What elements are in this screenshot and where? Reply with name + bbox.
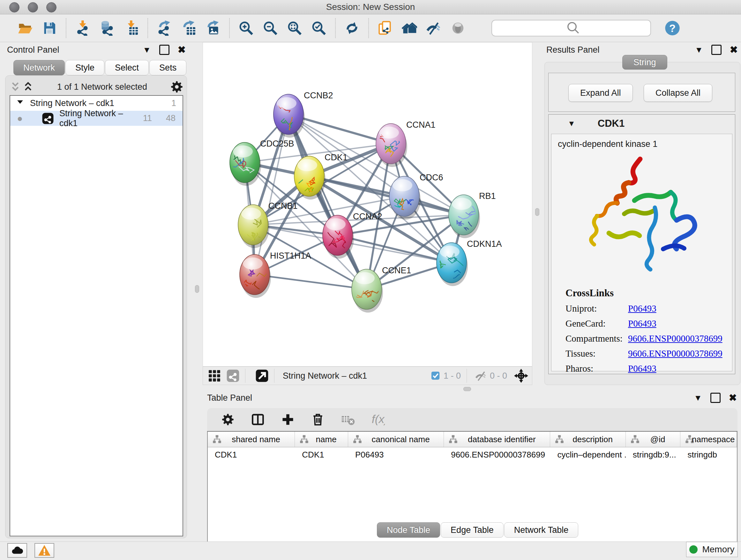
help-button[interactable]: ? xyxy=(664,20,680,36)
home-view-button[interactable] xyxy=(401,20,417,36)
minimize-window-button[interactable] xyxy=(28,2,38,12)
column-header-canonical-name[interactable]: canonical name xyxy=(348,432,444,447)
warnings-button[interactable] xyxy=(35,543,54,558)
crosslink-label: GeneCard: xyxy=(565,318,628,329)
tab-network-table[interactable]: Network Table xyxy=(504,522,579,538)
zoom-in-button[interactable] xyxy=(238,20,254,36)
tab-node-table[interactable]: Node Table xyxy=(377,522,440,538)
network-node-CDKN1A[interactable]: CDKN1A xyxy=(436,239,502,286)
crosslink-link[interactable]: P06493 xyxy=(628,363,657,374)
copy-network-button[interactable] xyxy=(377,20,393,36)
column-header-description[interactable]: description xyxy=(550,432,625,447)
birdseye-icon[interactable] xyxy=(514,369,528,383)
tab-string[interactable]: String xyxy=(622,55,667,70)
collapse-all-button[interactable]: Collapse All xyxy=(644,84,712,102)
tab-edge-table[interactable]: Edge Table xyxy=(441,522,503,538)
panel-menu-icon[interactable]: ▼ xyxy=(143,46,151,54)
zoom-fit-button[interactable] xyxy=(286,20,302,36)
export-network-button[interactable] xyxy=(156,20,172,36)
string-network-graph[interactable]: CCNB2CCNA1CDC25BCDK1CDC6RB1CCNB1CCNA2CDK… xyxy=(203,43,532,366)
panel-float-icon[interactable] xyxy=(711,393,721,403)
network-node-CCNB1[interactable]: CCNB1 xyxy=(238,201,298,248)
node-table: shared namenamecanonical namedatabase id… xyxy=(207,431,738,560)
show-hidden-button[interactable] xyxy=(450,20,466,36)
grid-view-icon[interactable] xyxy=(207,369,221,383)
gene-collapse-icon[interactable]: ▼ xyxy=(568,119,576,128)
titlebar: Session: New Session xyxy=(0,0,741,14)
search-input[interactable] xyxy=(491,20,651,37)
crosslink-link[interactable]: P06493 xyxy=(628,303,657,314)
crosslink-row: Tissues: 9606.ENSP00000378699 xyxy=(565,348,723,359)
zoom-window-button[interactable] xyxy=(46,2,57,12)
gear-button[interactable] xyxy=(220,412,236,428)
zoom-out-button[interactable] xyxy=(262,20,278,36)
column-type-icon xyxy=(680,435,690,444)
network-node-CCNA1[interactable]: CCNA1 xyxy=(376,120,435,167)
panel-menu-icon[interactable]: ▼ xyxy=(695,46,703,54)
memory-button[interactable]: Memory xyxy=(686,542,738,557)
network-node-CCNB2[interactable]: CCNB2 xyxy=(273,91,333,138)
column-header-database-identifier[interactable]: database identifier xyxy=(444,432,550,447)
split-columns-button[interactable] xyxy=(250,412,266,428)
refresh-layout-button[interactable] xyxy=(344,20,360,36)
import-table-icon xyxy=(124,20,139,36)
export-table-button[interactable] xyxy=(181,20,197,36)
cloud-button[interactable] xyxy=(7,543,27,558)
open-file-button[interactable] xyxy=(17,20,33,36)
network-edge-count: 48 xyxy=(166,113,176,123)
import-network-button[interactable] xyxy=(75,20,91,36)
panel-menu-icon[interactable]: ▼ xyxy=(694,394,702,402)
network-node-HIST1H1A[interactable]: HIST1H1A xyxy=(240,251,311,298)
panel-close-icon[interactable]: ✖ xyxy=(178,45,186,55)
hidden-eye-icon[interactable] xyxy=(475,369,487,383)
export-image-button[interactable] xyxy=(205,20,221,36)
collapse-all-networks-icon[interactable] xyxy=(9,79,22,95)
tab-select[interactable]: Select xyxy=(105,60,149,75)
selected-checkbox-icon[interactable] xyxy=(430,369,441,383)
share-view-icon[interactable] xyxy=(226,369,240,383)
add-column-button[interactable] xyxy=(280,412,296,428)
panel-close-icon[interactable]: ✖ xyxy=(730,45,738,55)
expand-all-button[interactable]: Expand All xyxy=(568,84,633,102)
network-view-canvas[interactable]: CCNB2CCNA1CDC25BCDK1CDC6RB1CCNB1CCNA2CDK… xyxy=(203,42,532,367)
right-splitter-handle[interactable] xyxy=(535,208,539,216)
zoom-selected-button[interactable] xyxy=(311,20,327,36)
panel-float-icon[interactable] xyxy=(711,45,722,55)
column-type-icon xyxy=(348,435,358,444)
table-row[interactable]: CDK1CDK1P064939606.ENSP00000378699cyclin… xyxy=(208,447,737,462)
network-row-selected[interactable]: ● String Network – cdk1 11 48 xyxy=(10,111,183,126)
crosslink-link[interactable]: P06493 xyxy=(628,318,657,329)
node-label: CCNE1 xyxy=(382,266,411,275)
gene-description: cyclin-dependent kinase 1 xyxy=(551,134,732,149)
hidden-count: 0 - 0 xyxy=(490,371,507,381)
crosslink-label: Tissues: xyxy=(565,348,628,359)
crosslink-label: Uniprot: xyxy=(565,303,628,314)
column-header-namespace[interactable]: namespace xyxy=(680,432,737,447)
tab-sets[interactable]: Sets xyxy=(149,60,186,75)
crosslink-link[interactable]: 9606.ENSP00000378699 xyxy=(628,348,723,359)
tree-expand-icon[interactable] xyxy=(10,98,24,109)
import-table-button[interactable] xyxy=(123,20,139,36)
delete-column-button[interactable] xyxy=(310,412,326,428)
expand-all-networks-icon[interactable] xyxy=(22,79,35,95)
save-session-button[interactable] xyxy=(42,20,57,36)
column-header-shared-name[interactable]: shared name xyxy=(208,432,295,447)
crosslink-link[interactable]: 9606.ENSP00000378699 xyxy=(628,333,723,344)
left-splitter-handle[interactable] xyxy=(195,285,199,293)
cloud-icon xyxy=(8,544,26,557)
tab-network[interactable]: Network xyxy=(13,60,65,75)
column-header--id[interactable]: @id xyxy=(626,432,681,447)
column-header-name[interactable]: name xyxy=(295,432,348,447)
tab-style[interactable]: Style xyxy=(65,60,105,75)
network-node-CDC6[interactable]: CDC6 xyxy=(389,173,443,220)
detach-view-icon[interactable] xyxy=(255,369,269,383)
import-database-button[interactable] xyxy=(99,20,115,36)
hide-selected-button[interactable] xyxy=(426,20,442,36)
network-node-CCNE1[interactable]: CCNE1 xyxy=(349,266,411,313)
network-node-RB1[interactable]: RB1 xyxy=(449,191,496,238)
panel-close-icon[interactable]: ✖ xyxy=(729,393,737,402)
network-label: String Network – cdk1 xyxy=(59,109,143,128)
network-options-gear-icon[interactable] xyxy=(170,79,184,95)
close-window-button[interactable] xyxy=(9,2,19,12)
panel-float-icon[interactable] xyxy=(159,45,170,55)
